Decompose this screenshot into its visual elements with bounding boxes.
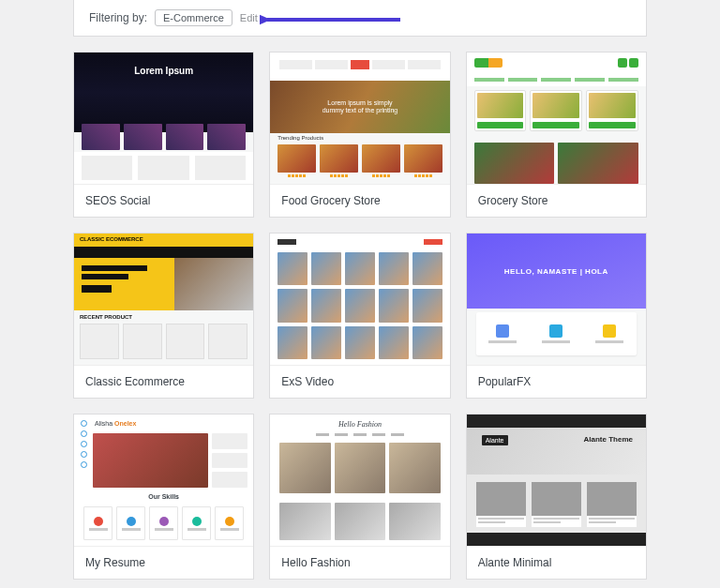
theme-thumbnail: Lorem Ipsum (74, 53, 253, 184)
theme-thumbnail: Alante Alante Theme (467, 415, 646, 546)
filter-label: Filtering by: (89, 11, 147, 24)
theme-thumbnail: CLASSIC ECOMMERCE RECENT PRODUCT (74, 234, 253, 365)
theme-thumbnail (467, 53, 646, 184)
theme-thumbnail: Lorem ipsum is simplydummy text of the p… (270, 53, 449, 184)
theme-name: Grocery Store (467, 184, 646, 217)
theme-card-popularfx[interactable]: HELLO, NAMASTE | HOLA PopularFX (466, 233, 647, 399)
theme-card-my-resume[interactable]: Alisha Onelex Our Skills My Resume (73, 414, 254, 580)
theme-card-classic-ecommerce[interactable]: CLASSIC ECOMMERCE RECENT PRODUCT Classic… (73, 233, 254, 399)
edit-filters-link[interactable]: Edit (240, 12, 258, 23)
theme-thumbnail: HELLO, NAMASTE | HOLA (467, 234, 646, 365)
theme-thumbnail: Hello Fashion (270, 415, 449, 546)
thumb-hero-title: Lorem Ipsum (74, 66, 253, 76)
theme-name: Food Grocery Store (270, 184, 449, 217)
theme-name: PopularFX (467, 365, 646, 398)
theme-name: Classic Ecommerce (74, 365, 253, 398)
theme-card-exs-video[interactable]: ExS Video (269, 233, 450, 399)
themes-grid: Lorem Ipsum SEOS Social Lorem ipsum is s… (17, 52, 703, 580)
theme-card-food-grocery-store[interactable]: Lorem ipsum is simplydummy text of the p… (269, 52, 450, 218)
theme-thumbnail: Alisha Onelex Our Skills (74, 415, 253, 546)
theme-card-alante-minimal[interactable]: Alante Alante Theme Alante Minimal (466, 414, 647, 580)
theme-card-hello-fashion[interactable]: Hello Fashion Hello Fashion (269, 414, 450, 580)
theme-name: SEOS Social (74, 184, 253, 217)
theme-card-seos-social[interactable]: Lorem Ipsum SEOS Social (73, 52, 254, 218)
annotation-arrow-icon (260, 11, 400, 28)
theme-thumbnail (270, 234, 449, 365)
theme-name: ExS Video (270, 365, 449, 398)
theme-card-grocery-store[interactable]: Grocery Store (466, 52, 647, 218)
theme-name: Alante Minimal (467, 546, 646, 579)
theme-name: My Resume (74, 546, 253, 579)
filter-bar: Filtering by: E-Commerce Edit (73, 0, 647, 37)
filter-tag-ecommerce[interactable]: E-Commerce (155, 9, 232, 26)
theme-name: Hello Fashion (270, 546, 449, 579)
